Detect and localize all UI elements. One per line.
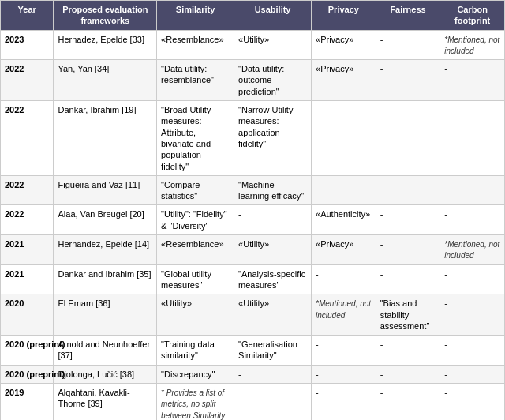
table-row: 2022Figueira and Vaz [11]"Compare statis… (1, 175, 505, 205)
cell-privacy: - (312, 264, 376, 294)
cell-framework: Yan, Yan [34] (54, 60, 157, 101)
cell-similarity: «Resemblance» (157, 30, 234, 60)
cell-fairness: - (376, 235, 440, 265)
cell-usability: «Utility» (234, 30, 312, 60)
cell-similarity: "Compare statistics" (157, 175, 234, 205)
table-row: 2023Hernadez, Epelde [33]«Resemblance»«U… (1, 30, 505, 60)
table-row: 2020El Emam [36]«Utility»«Utility»*Menti… (1, 294, 505, 336)
cell-framework: Dankar, Ibrahim [19] (54, 101, 157, 176)
cell-year: 2021 (1, 235, 54, 265)
cell-similarity: "Broad Utility measures: Attribute, biva… (157, 101, 234, 176)
cell-framework: Figueira and Vaz [11] (54, 175, 157, 205)
cell-privacy: «Privacy» (312, 235, 376, 265)
cell-year: 2020 (preprint) (1, 365, 54, 383)
cell-carbon: - (440, 101, 505, 176)
cell-similarity: "Data utility: resemblance" (157, 60, 234, 101)
cell-fairness: - (376, 175, 440, 205)
table-row: 2020 (preprint)Arnold and Neunhoeffer [3… (1, 336, 505, 366)
cell-year: 2020 (preprint) (1, 336, 54, 366)
cell-framework: Hernandez, Epelde [14] (54, 235, 157, 265)
cell-year: 2020 (1, 294, 54, 336)
cell-carbon: *Mentioned, not included (440, 235, 505, 265)
cell-privacy: - (312, 384, 376, 420)
cell-carbon: - (440, 264, 505, 294)
cell-year: 2021 (1, 264, 54, 294)
evaluation-table: YearProposed evaluation frameworksSimila… (0, 0, 505, 420)
cell-fairness: - (376, 264, 440, 294)
cell-privacy: *Mentioned, not included (312, 294, 376, 336)
cell-fairness: - (376, 365, 440, 383)
cell-framework: Arnold and Neunhoeffer [37] (54, 336, 157, 366)
cell-usability: "Generalisation Similarity" (234, 336, 312, 366)
cell-framework: Djolonga, Lučić [38] (54, 365, 157, 383)
cell-usability (234, 384, 312, 420)
cell-fairness: - (376, 336, 440, 366)
cell-carbon: - (440, 175, 505, 205)
column-header-carbon-footprint: Carbon footprint (440, 1, 505, 31)
cell-carbon: - (440, 205, 505, 235)
column-header-privacy: Privacy (312, 1, 376, 31)
cell-usability: - (234, 365, 312, 383)
cell-privacy: «Privacy» (312, 30, 376, 60)
cell-usability: "Machine learning efficacy" (234, 175, 312, 205)
table-row: 2021Hernandez, Epelde [14]«Resemblance»«… (1, 235, 505, 265)
cell-year: 2022 (1, 60, 54, 101)
cell-carbon: - (440, 294, 505, 336)
cell-usability: «Utility» (234, 235, 312, 265)
cell-framework: El Emam [36] (54, 294, 157, 336)
cell-privacy: - (312, 101, 376, 176)
cell-privacy: - (312, 365, 376, 383)
cell-usability: «Utility» (234, 294, 312, 336)
cell-carbon: - (440, 336, 505, 366)
cell-privacy: - (312, 336, 376, 366)
cell-carbon: - (440, 60, 505, 101)
cell-usability: "Analysis-specific measures" (234, 264, 312, 294)
cell-year: 2022 (1, 205, 54, 235)
table-row: 2022Alaa, Van Breugel [20]"Utility": "Fi… (1, 205, 505, 235)
cell-fairness: - (376, 60, 440, 101)
table-row: 2022Dankar, Ibrahim [19]"Broad Utility m… (1, 101, 505, 176)
table-row: 2022Yan, Yan [34]"Data utility: resembla… (1, 60, 505, 101)
cell-similarity: "Training data similarity" (157, 336, 234, 366)
column-header-similarity: Similarity (157, 1, 234, 31)
cell-fairness: - (376, 384, 440, 420)
column-header-year: Year (1, 1, 54, 31)
cell-framework: Hernadez, Epelde [33] (54, 30, 157, 60)
cell-carbon: - (440, 365, 505, 383)
table-row: 2019Alqahtani, Kavakli-Thorne [39]* Prov… (1, 384, 505, 420)
cell-carbon: - (440, 384, 505, 420)
cell-year: 2022 (1, 175, 54, 205)
cell-fairness: - (376, 30, 440, 60)
cell-similarity: "Utility": "Fidelity" & "Diversity" (157, 205, 234, 235)
cell-fairness: "Bias and stability assessment" (376, 294, 440, 336)
cell-similarity: «Utility» (157, 294, 234, 336)
cell-year: 2022 (1, 101, 54, 176)
cell-similarity: * Provides a list of metrics, no split b… (157, 384, 234, 420)
cell-framework: Dankar and Ibrahim [35] (54, 264, 157, 294)
column-header-fairness: Fairness (376, 1, 440, 31)
cell-carbon: *Mentioned, not included (440, 30, 505, 60)
column-header-proposed-evaluation-frameworks: Proposed evaluation frameworks (54, 1, 157, 31)
cell-fairness: - (376, 205, 440, 235)
cell-privacy: «Privacy» (312, 60, 376, 101)
cell-usability: "Narrow Utility measures: application fi… (234, 101, 312, 176)
cell-year: 2019 (1, 384, 54, 420)
cell-privacy: - (312, 175, 376, 205)
cell-framework: Alqahtani, Kavakli-Thorne [39] (54, 384, 157, 420)
cell-privacy: «Authenticity» (312, 205, 376, 235)
cell-usability: "Data utility: outcome prediction" (234, 60, 312, 101)
cell-similarity: "Global utility measures" (157, 264, 234, 294)
table-row: 2020 (preprint)Djolonga, Lučić [38]"Disc… (1, 365, 505, 383)
cell-year: 2023 (1, 30, 54, 60)
cell-similarity: "Discrepancy" (157, 365, 234, 383)
column-header-usability: Usability (234, 1, 312, 31)
cell-framework: Alaa, Van Breugel [20] (54, 205, 157, 235)
cell-similarity: «Resemblance» (157, 235, 234, 265)
table-row: 2021Dankar and Ibrahim [35]"Global utili… (1, 264, 505, 294)
cell-usability: - (234, 205, 312, 235)
cell-fairness: - (376, 101, 440, 176)
